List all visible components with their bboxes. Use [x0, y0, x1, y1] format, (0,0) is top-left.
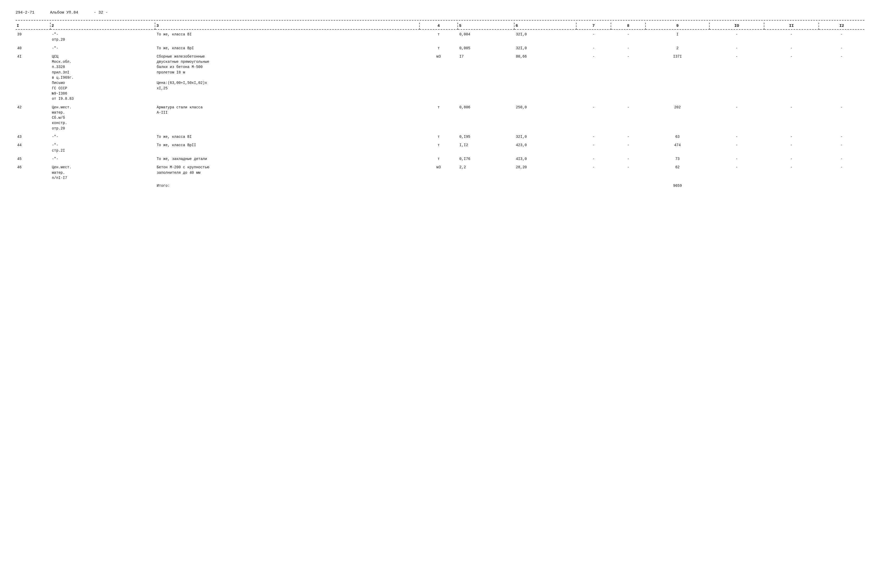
itogo-label: Итого: [155, 182, 420, 189]
col-header-1: I [16, 22, 50, 30]
table-row: 4IЦСЦ Моск.обл. п.3328 прил.3пI в ц.I969… [16, 52, 864, 103]
main-table: I 2 3 4 5 6 7 8 9 IO II I2 39-"- отр.20Т… [16, 22, 864, 189]
table-row: 44-"- стр.2IТо же, класса BpIIтI,I2423,0… [16, 140, 864, 154]
column-headers: I 2 3 4 5 6 7 8 9 IO II I2 [16, 22, 864, 30]
table-row: 43-"-То же, класса BIт0,I9532I,0--63--- [16, 132, 864, 140]
table-row: 42Цен.мест. матер. Сб.м/б констр. отр.20… [16, 103, 864, 132]
col-header-6: 6 [514, 22, 576, 30]
col-header-7: 7 [576, 22, 611, 30]
col-header-8: 8 [611, 22, 646, 30]
table-row: 40-"-То же, класса BpIт0,00532I,0--2--- [16, 44, 864, 52]
col-header-4: 4 [420, 22, 458, 30]
top-divider [16, 20, 864, 21]
col-header-10: IO [709, 22, 764, 30]
col-header-9: 9 [646, 22, 709, 30]
col-header-11: II [764, 22, 819, 30]
col-header-12: I2 [819, 22, 864, 30]
col-header-3: 3 [155, 22, 420, 30]
doc-id: 294-2-71 [16, 10, 34, 15]
itogo-value: 9659 [646, 182, 709, 189]
page-header: 294-2-71 Альбом УП.84 - 32 - [16, 10, 864, 15]
col-header-2: 2 [50, 22, 155, 30]
table-row: 46Цен.мест. матер. п/пI-I7Бетон М-200 с … [16, 163, 864, 182]
page-number: - 32 - [94, 10, 108, 15]
table-row: 45-"-То же, закладные деталит0,I764I3,0-… [16, 154, 864, 163]
itogo-row: Итого:9659 [16, 182, 864, 189]
table-row: 39-"- отр.20То же, класса BIт0,00432I,0-… [16, 30, 864, 44]
album-title: Альбом УП.84 [50, 10, 78, 15]
col-header-5: 5 [458, 22, 514, 30]
